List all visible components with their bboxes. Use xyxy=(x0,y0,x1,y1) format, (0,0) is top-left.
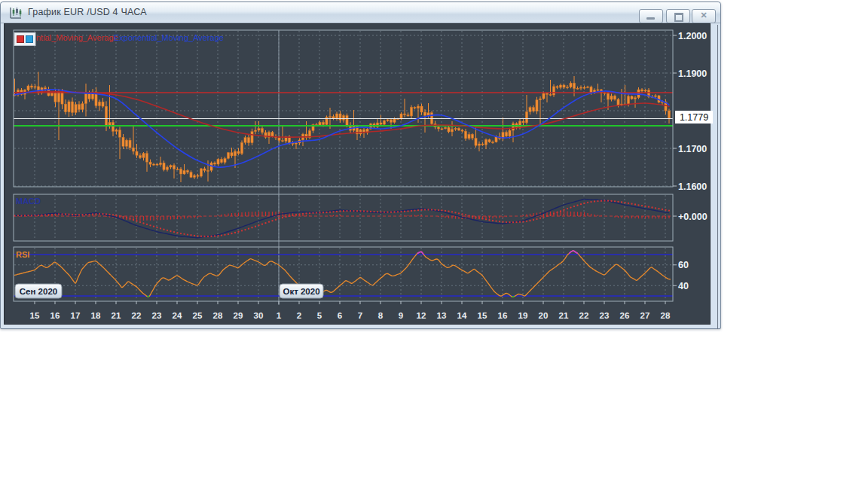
svg-text:26: 26 xyxy=(620,311,630,320)
candles xyxy=(14,72,671,183)
panel-labels: MACDRSI xyxy=(16,197,41,259)
rsi-line xyxy=(14,251,671,297)
svg-text:Сен 2020: Сен 2020 xyxy=(20,287,57,296)
svg-text:60: 60 xyxy=(678,260,689,270)
svg-text:5: 5 xyxy=(317,311,322,320)
svg-text:8: 8 xyxy=(378,311,384,320)
svg-text:13: 13 xyxy=(437,311,447,320)
chart-canvas[interactable]: 1.20001.19001.17001.1600+0.00060401.1779… xyxy=(0,0,722,331)
svg-text:1: 1 xyxy=(277,311,282,320)
svg-text:19: 19 xyxy=(518,311,528,320)
svg-text:16: 16 xyxy=(50,311,60,320)
svg-text:Exponential_Moving_Average: Exponential_Moving_Average xyxy=(114,33,224,42)
svg-text:28: 28 xyxy=(661,311,671,320)
svg-text:ntial_Moving_Average: ntial_Moving_Average xyxy=(36,33,118,42)
svg-text:14: 14 xyxy=(457,311,467,320)
svg-text:2: 2 xyxy=(297,311,301,320)
svg-text:1.1900: 1.1900 xyxy=(678,69,707,79)
svg-text:25: 25 xyxy=(193,311,203,320)
rsi-oversold-segment xyxy=(512,297,515,297)
svg-text:1.1779: 1.1779 xyxy=(680,112,708,123)
svg-text:29: 29 xyxy=(234,311,243,320)
svg-text:1.1700: 1.1700 xyxy=(678,144,707,154)
svg-text:15: 15 xyxy=(478,311,487,320)
svg-text:27: 27 xyxy=(640,311,650,320)
svg-text:12: 12 xyxy=(417,311,426,320)
svg-text:9: 9 xyxy=(399,311,403,320)
svg-text:6: 6 xyxy=(338,311,342,320)
svg-text:28: 28 xyxy=(213,311,223,320)
svg-text:40: 40 xyxy=(678,281,689,291)
svg-text:Окт 2020: Окт 2020 xyxy=(283,287,319,296)
svg-text:22: 22 xyxy=(132,311,142,320)
svg-text:17: 17 xyxy=(71,311,81,320)
x-axis-labels: 1516171821222324252829301256789121314151… xyxy=(30,301,671,320)
svg-text:16: 16 xyxy=(498,311,508,320)
month-badge-september: Сен 2020 xyxy=(15,284,62,298)
macd-line xyxy=(15,199,670,237)
svg-text:30: 30 xyxy=(254,311,264,320)
rsi-overbought-segment xyxy=(569,251,577,253)
current-price-box: 1.1779 xyxy=(675,111,713,124)
main-panel-border xyxy=(14,30,673,187)
grid-lines xyxy=(14,31,672,300)
desktop: График EUR /USD 4 ЧАСА ✕ 1.20001.19001.1… xyxy=(0,0,868,488)
svg-text:21: 21 xyxy=(112,311,121,320)
svg-text:+0.000: +0.000 xyxy=(678,212,708,222)
svg-text:MACD: MACD xyxy=(16,197,41,206)
svg-text:RSI: RSI xyxy=(16,250,29,259)
svg-text:15: 15 xyxy=(30,311,40,320)
legend: ntial_Moving_AverageExponential_Moving_A… xyxy=(14,33,224,46)
svg-text:23: 23 xyxy=(152,311,162,320)
rsi-panel-content xyxy=(14,251,673,297)
red-ema-swatch xyxy=(17,36,24,43)
svg-text:23: 23 xyxy=(600,311,610,320)
svg-text:18: 18 xyxy=(91,311,101,320)
price-axis: 1.20001.19001.17001.1600+0.0006040 xyxy=(673,31,708,291)
macd-panel-content xyxy=(14,199,673,237)
macd-panel-border xyxy=(14,194,673,241)
month-badge-october: Окт 2020 xyxy=(280,284,323,298)
svg-text:20: 20 xyxy=(539,311,549,320)
svg-text:7: 7 xyxy=(358,311,362,320)
svg-text:21: 21 xyxy=(559,311,569,320)
svg-text:24: 24 xyxy=(173,311,182,320)
svg-text:22: 22 xyxy=(579,311,589,320)
svg-text:1.2000: 1.2000 xyxy=(678,31,707,41)
blue-ema-swatch xyxy=(26,36,33,43)
svg-text:1.1600: 1.1600 xyxy=(678,181,707,192)
